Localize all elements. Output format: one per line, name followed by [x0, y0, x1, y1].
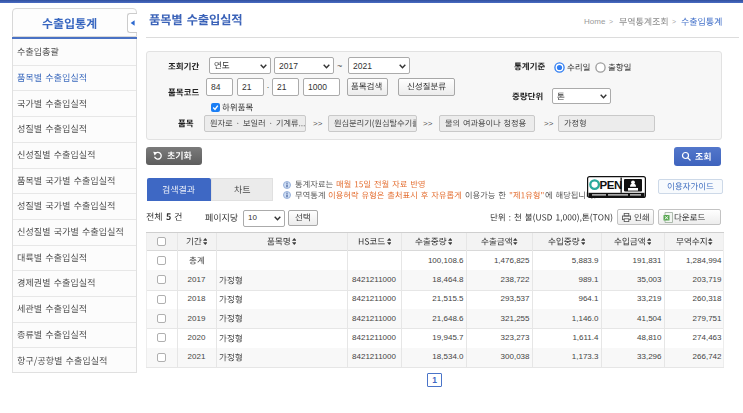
svg-text:PEN: PEN — [600, 179, 622, 191]
